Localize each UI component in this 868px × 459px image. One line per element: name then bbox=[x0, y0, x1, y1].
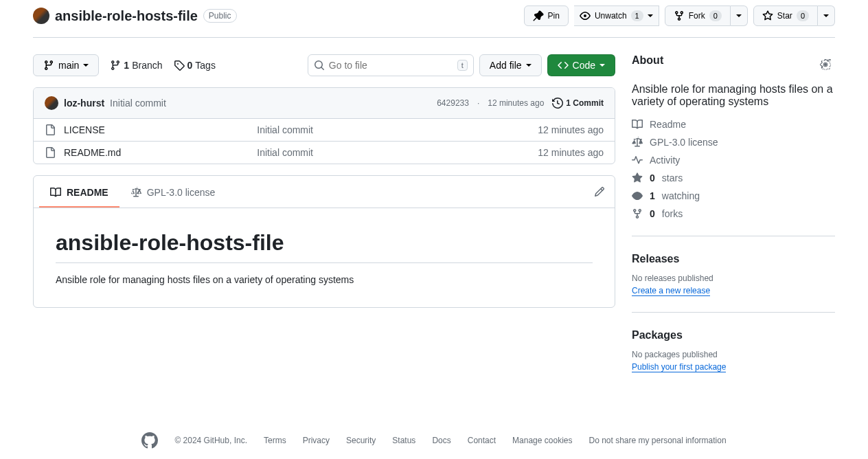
footer-link[interactable]: Contact bbox=[468, 436, 496, 445]
search-input[interactable] bbox=[329, 60, 457, 71]
add-file-button[interactable]: Add file bbox=[479, 54, 542, 76]
visibility-badge: Public bbox=[203, 9, 237, 23]
file-navigation: main 1 Branch 0 Tags bbox=[33, 54, 615, 76]
book-icon bbox=[632, 119, 643, 130]
fork-count: 0 bbox=[709, 10, 722, 21]
forks-count: 0 bbox=[650, 208, 655, 219]
about-heading: About bbox=[632, 54, 663, 67]
file-commit-msg[interactable]: Initial commit bbox=[257, 124, 538, 135]
github-logo-icon[interactable] bbox=[141, 432, 158, 449]
footer: © 2024 GitHub, Inc. Terms Privacy Securi… bbox=[33, 405, 835, 459]
commit-sha[interactable]: 6429233 bbox=[437, 98, 469, 108]
watch-button-group: Unwatch 1 bbox=[574, 5, 659, 26]
commits-count: 1 Commit bbox=[566, 98, 604, 108]
file-nav-left: main 1 Branch 0 Tags bbox=[33, 54, 216, 76]
footer-link[interactable]: Privacy bbox=[303, 436, 330, 445]
watching-link[interactable]: 1 watching bbox=[632, 190, 835, 201]
forks-link[interactable]: 0 forks bbox=[632, 208, 835, 219]
eye-icon bbox=[580, 10, 591, 21]
unwatch-button[interactable]: Unwatch 1 bbox=[574, 5, 659, 26]
commit-message[interactable]: Initial commit bbox=[110, 98, 166, 109]
tag-count-label: Tags bbox=[195, 60, 216, 71]
search-icon bbox=[314, 60, 325, 71]
tab-license-label: GPL-3.0 license bbox=[147, 187, 216, 198]
latest-commit-header: loz-hurst Initial commit 6429233 · 12 mi… bbox=[34, 88, 615, 119]
readme-paragraph: Ansible role for managing hosts files on… bbox=[56, 274, 593, 285]
publish-package-link[interactable]: Publish your first package bbox=[632, 362, 726, 372]
pin-label: Pin bbox=[548, 9, 560, 23]
fork-dropdown[interactable] bbox=[731, 5, 748, 26]
file-row: README.md Initial commit 12 minutes ago bbox=[34, 142, 615, 164]
footer-copyright: © 2024 GitHub, Inc. bbox=[174, 436, 247, 445]
footer-link[interactable]: Docs bbox=[432, 436, 450, 445]
star-icon bbox=[632, 172, 643, 183]
star-button[interactable]: Star 0 bbox=[753, 5, 818, 26]
watch-count: 1 bbox=[631, 10, 643, 21]
commit-author-avatar[interactable] bbox=[45, 96, 58, 110]
stars-label: stars bbox=[662, 172, 683, 183]
tab-readme[interactable]: README bbox=[39, 181, 119, 208]
owner-avatar[interactable] bbox=[33, 8, 49, 24]
footer-link[interactable]: Status bbox=[392, 436, 415, 445]
stars-link[interactable]: 0 stars bbox=[632, 172, 835, 183]
forks-label: forks bbox=[662, 208, 683, 219]
file-name: LICENSE bbox=[64, 124, 105, 135]
footer-link[interactable]: Do not share my personal information bbox=[589, 436, 726, 445]
pin-button[interactable]: Pin bbox=[524, 5, 569, 26]
repo-title-group: ansible-role-hosts-file Public bbox=[33, 8, 237, 24]
go-to-file-search[interactable]: t bbox=[308, 54, 474, 76]
packages-heading[interactable]: Packages bbox=[632, 329, 835, 342]
star-dropdown[interactable] bbox=[818, 5, 835, 26]
commit-author[interactable]: loz-hurst bbox=[64, 98, 104, 109]
search-shortcut-key: t bbox=[457, 60, 468, 71]
edit-readme-button[interactable] bbox=[590, 182, 609, 201]
commits-link[interactable]: 1 Commit bbox=[552, 98, 604, 109]
main-left: main 1 Branch 0 Tags bbox=[33, 54, 615, 405]
footer-link[interactable]: Security bbox=[346, 436, 376, 445]
tags-link[interactable]: 0 Tags bbox=[174, 60, 216, 71]
commit-sep: · bbox=[477, 98, 479, 108]
file-name-cell[interactable]: LICENSE bbox=[45, 124, 257, 135]
fork-label: Fork bbox=[689, 9, 705, 23]
branch-select-button[interactable]: main bbox=[33, 54, 99, 76]
file-time: 12 minutes ago bbox=[538, 124, 604, 135]
tag-count: 0 bbox=[187, 60, 193, 71]
packages-section: Packages No packages published Publish y… bbox=[632, 329, 835, 388]
activity-link[interactable]: Activity bbox=[632, 155, 835, 166]
create-release-link[interactable]: Create a new release bbox=[632, 286, 710, 296]
law-icon bbox=[632, 137, 643, 148]
stars-count: 0 bbox=[650, 172, 655, 183]
tab-license[interactable]: GPL-3.0 license bbox=[119, 181, 227, 208]
code-label: Code bbox=[573, 58, 595, 72]
caret-down-icon bbox=[736, 14, 742, 17]
branches-link[interactable]: 1 Branch bbox=[110, 60, 162, 71]
repo-actions: Pin Unwatch 1 Fork 0 bbox=[524, 5, 835, 26]
caret-down-icon bbox=[648, 14, 653, 17]
readme-link[interactable]: Readme bbox=[632, 119, 835, 130]
readme-content: ansible-role-hosts-file Ansible role for… bbox=[34, 208, 615, 307]
code-button[interactable]: Code bbox=[547, 54, 615, 76]
caret-down-icon bbox=[599, 64, 605, 67]
releases-heading[interactable]: Releases bbox=[632, 253, 835, 265]
readme-tabs-row: README GPL-3.0 license bbox=[34, 176, 615, 208]
pencil-icon bbox=[594, 186, 605, 197]
fork-button[interactable]: Fork 0 bbox=[665, 5, 731, 26]
about-meta-list: Readme GPL-3.0 license Activity 0 stars bbox=[632, 119, 835, 219]
branch-icon bbox=[43, 60, 54, 71]
repo-name[interactable]: ansible-role-hosts-file bbox=[55, 8, 198, 24]
file-row: LICENSE Initial commit 12 minutes ago bbox=[34, 119, 615, 142]
license-link[interactable]: GPL-3.0 license bbox=[632, 137, 835, 148]
settings-button[interactable] bbox=[816, 55, 835, 74]
sidebar: About Ansible role for managing hosts fi… bbox=[632, 54, 835, 405]
file-icon bbox=[45, 124, 56, 135]
star-count: 0 bbox=[797, 10, 809, 21]
license-label: GPL-3.0 license bbox=[650, 137, 718, 148]
file-name-cell[interactable]: README.md bbox=[45, 147, 257, 158]
commit-right: 6429233 · 12 minutes ago 1 Commit bbox=[437, 98, 604, 109]
law-icon bbox=[130, 187, 141, 198]
footer-link[interactable]: Terms bbox=[264, 436, 286, 445]
file-commit-msg[interactable]: Initial commit bbox=[257, 147, 538, 158]
gear-icon bbox=[820, 59, 831, 70]
footer-link[interactable]: Manage cookies bbox=[512, 436, 572, 445]
packages-none: No packages published bbox=[632, 350, 835, 359]
